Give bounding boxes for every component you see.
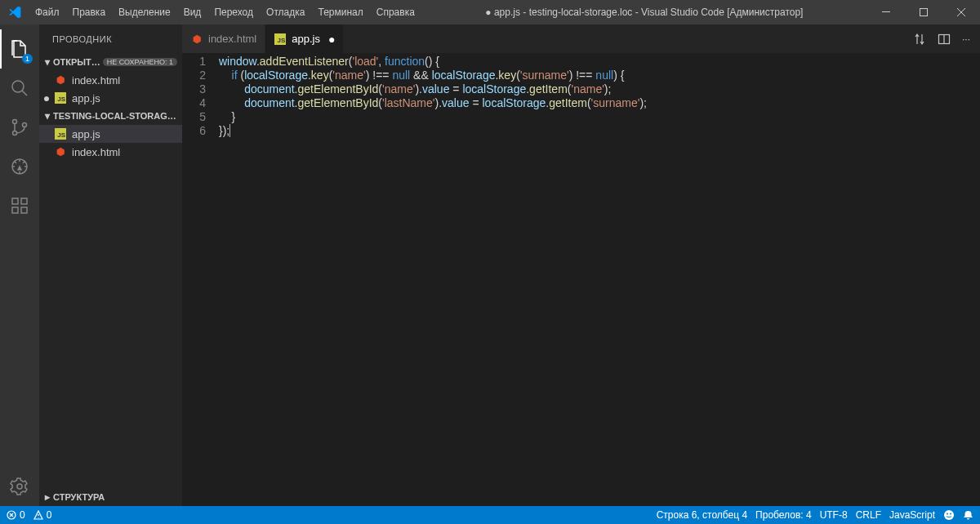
menu-item[interactable]: Выделение — [112, 0, 177, 24]
svg-rect-8 — [12, 207, 18, 213]
js-icon: JS — [55, 92, 66, 104]
svg-rect-0 — [882, 11, 890, 12]
html5-icon: ⬢ — [56, 74, 65, 86]
maximize-button[interactable] — [905, 0, 942, 24]
svg-point-16 — [950, 513, 951, 515]
file-label: index.html — [72, 146, 120, 158]
html5-icon: ⬢ — [193, 33, 201, 45]
status-notifications-icon[interactable] — [963, 510, 973, 521]
svg-rect-9 — [21, 207, 27, 213]
code-editor[interactable]: 123456 window.addEventListener('load', f… — [182, 53, 980, 506]
status-language[interactable]: JavaScript — [889, 509, 935, 521]
menu-item[interactable]: Отладка — [260, 0, 311, 24]
open-editors-header[interactable]: ▾ ОТКРЫТЫЕ Р... НЕ СОХРАНЕНО: 1 — [39, 53, 182, 71]
title-bar: ФайлПравкаВыделениеВидПереходОтладкаТерм… — [0, 0, 980, 24]
activity-search[interactable] — [0, 69, 39, 108]
editor-tab[interactable]: JSapp.js● — [265, 24, 344, 53]
status-feedback-icon[interactable] — [943, 509, 955, 521]
file-label: app.js — [72, 92, 100, 104]
dirty-dot-icon: ● — [328, 33, 335, 46]
code-content[interactable]: window.addEventListener('load', function… — [219, 55, 980, 506]
workspace-file[interactable]: ⬢index.html — [39, 143, 182, 161]
file-label: index.html — [72, 74, 120, 87]
activity-settings[interactable] — [0, 467, 39, 506]
explorer-sidebar: ПРОВОДНИК ▾ ОТКРЫТЫЕ Р... НЕ СОХРАНЕНО: … — [39, 24, 182, 506]
menu-item[interactable]: Вид — [177, 0, 208, 24]
svg-rect-7 — [12, 198, 18, 204]
workspace-label: TESTING-LOCAL-STORAGE.LOC — [53, 111, 182, 121]
chevron-down-icon: ▾ — [42, 56, 53, 68]
workspace-header[interactable]: ▾ TESTING-LOCAL-STORAGE.LOC — [39, 107, 182, 125]
svg-rect-10 — [21, 198, 27, 204]
menu-item[interactable]: Терминал — [311, 0, 369, 24]
editor-area: ⬢index.htmlJSapp.js● ··· 123456 window.a… — [182, 24, 980, 506]
js-icon: JS — [274, 33, 286, 45]
split-editor-icon[interactable] — [938, 33, 951, 46]
chevron-right-icon: ▸ — [42, 491, 53, 503]
open-editor-item[interactable]: ⬢index.html — [39, 71, 182, 89]
open-editor-item[interactable]: ●JSapp.js — [39, 89, 182, 107]
status-eol[interactable]: CRLF — [856, 509, 881, 521]
open-editors-label: ОТКРЫТЫЕ Р... — [53, 57, 103, 67]
close-button[interactable] — [942, 0, 980, 24]
minimize-button[interactable] — [867, 0, 905, 24]
menu-item[interactable]: Правка — [66, 0, 113, 24]
svg-point-3 — [13, 120, 17, 124]
explorer-badge: 1 — [22, 54, 33, 64]
svg-point-11 — [17, 484, 22, 489]
status-bar: 0 0 Строка 6, столбец 4 Пробелов: 4 UTF-… — [0, 506, 980, 524]
svg-rect-1 — [920, 9, 928, 16]
main-menu: ФайлПравкаВыделениеВидПереходОтладкаТерм… — [29, 0, 421, 24]
editor-tabs: ⬢index.htmlJSapp.js● ··· — [182, 24, 980, 53]
tab-label: index.html — [208, 33, 256, 45]
vscode-logo-icon — [0, 6, 29, 19]
tab-label: app.js — [292, 33, 320, 45]
status-encoding[interactable]: UTF-8 — [820, 509, 848, 521]
status-line-col[interactable]: Строка 6, столбец 4 — [657, 509, 747, 521]
svg-point-14 — [944, 510, 954, 520]
line-number-gutter: 123456 — [182, 55, 219, 506]
more-actions-icon[interactable]: ··· — [962, 33, 970, 45]
menu-item[interactable]: Переход — [207, 0, 260, 24]
activity-source-control[interactable] — [0, 108, 39, 147]
svg-point-4 — [13, 131, 17, 135]
menu-item[interactable]: Справка — [370, 0, 421, 24]
activity-explorer[interactable]: 1 — [0, 29, 39, 69]
sidebar-title: ПРОВОДНИК — [39, 24, 182, 53]
window-title: ● app.js - testing-local-storage.loc - V… — [421, 7, 867, 18]
workspace-file[interactable]: JSapp.js — [39, 125, 182, 143]
editor-tab[interactable]: ⬢index.html — [182, 24, 265, 53]
html5-icon: ⬢ — [56, 146, 65, 158]
compare-changes-icon[interactable] — [913, 33, 926, 46]
unsaved-badge: НЕ СОХРАНЕНО: 1 — [103, 58, 177, 66]
js-icon: JS — [55, 128, 66, 140]
activity-extensions[interactable] — [0, 186, 39, 225]
status-errors[interactable]: 0 — [7, 509, 25, 521]
svg-point-5 — [23, 123, 27, 127]
svg-point-2 — [12, 81, 24, 92]
outline-header[interactable]: ▸ СТРУКТУРА — [39, 488, 182, 506]
status-spaces[interactable]: Пробелов: 4 — [755, 509, 812, 521]
outline-label: СТРУКТУРА — [53, 492, 182, 502]
svg-point-15 — [947, 513, 948, 515]
window-controls — [867, 0, 980, 24]
file-label: app.js — [72, 128, 100, 140]
dirty-indicator: ● — [39, 91, 54, 104]
menu-item[interactable]: Файл — [29, 0, 66, 24]
activity-debug[interactable] — [0, 147, 39, 186]
chevron-down-icon: ▾ — [42, 110, 53, 122]
status-warnings[interactable]: 0 — [33, 509, 52, 521]
activity-bar: 1 — [0, 24, 39, 506]
